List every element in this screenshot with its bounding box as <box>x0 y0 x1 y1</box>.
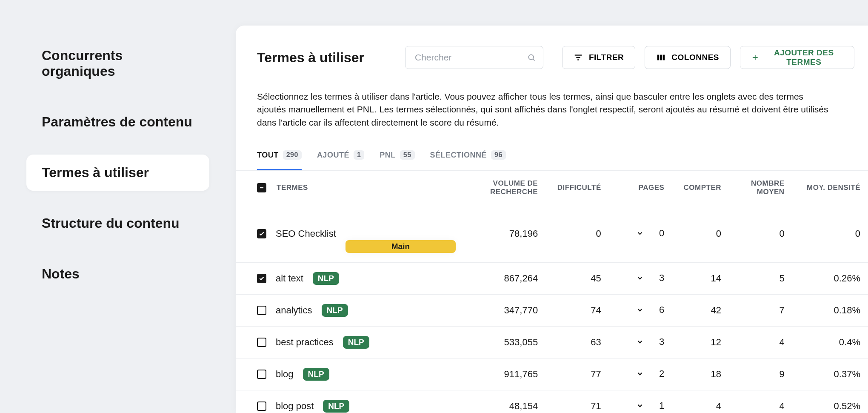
sidebar-item-2[interactable]: Termes à utiliser <box>26 155 209 191</box>
cell-volume: 867,264 <box>463 263 545 295</box>
sidebar-item-4[interactable]: Notes <box>26 256 209 292</box>
table-row: blogNLP911,7657721890.37% <box>236 359 868 390</box>
cell-count: 14 <box>672 263 729 295</box>
cell-count: 42 <box>672 295 729 327</box>
sidebar: Concurrents organiquesParamètres de cont… <box>0 0 236 413</box>
description-text: Sélectionnez les termes à utiliser dans … <box>236 77 868 135</box>
col-header-volume[interactable]: VOLUME DE RECHERCHE <box>463 171 545 205</box>
cell-avg-density: 0.4% <box>792 327 868 359</box>
search-wrap <box>405 46 543 69</box>
filter-button[interactable]: FILTRER <box>562 46 635 69</box>
search-icon <box>527 53 536 62</box>
cell-avg-density: 0.18% <box>792 295 868 327</box>
cell-volume: 48,154 <box>463 390 545 413</box>
cell-pages[interactable]: 1 <box>609 390 672 413</box>
chevron-down-icon <box>636 402 644 410</box>
filter-label: FILTRER <box>589 53 624 62</box>
svg-rect-6 <box>660 55 662 60</box>
cell-avg-number: 4 <box>729 390 792 413</box>
sidebar-item-3[interactable]: Structure du contenu <box>26 205 209 241</box>
tab-count: 1 <box>354 150 364 160</box>
pages-value: 3 <box>659 272 664 284</box>
tab-count: 290 <box>283 150 302 160</box>
add-terms-button[interactable]: AJOUTER DES TERMES <box>740 46 854 69</box>
term-text: blog <box>276 369 294 380</box>
cell-volume: 533,055 <box>463 327 545 359</box>
col-header-terms-label: TERMES <box>277 184 308 192</box>
cell-avg-number: 5 <box>729 263 792 295</box>
tab-count: 55 <box>400 150 415 160</box>
cell-pages[interactable]: 3 <box>609 263 672 295</box>
toolbar: Termes à utiliser FILTRER COLONNES <box>236 26 868 69</box>
search-input[interactable] <box>405 46 543 69</box>
svg-point-0 <box>528 54 534 60</box>
cell-avg-number: 4 <box>729 327 792 359</box>
tabs: TOUT290AJOUTÉ1PNL55SÉLECTIONNÉ96 <box>236 135 868 171</box>
row-checkbox[interactable] <box>257 370 266 379</box>
pages-value: 6 <box>659 304 664 315</box>
select-all-checkbox[interactable] <box>257 183 266 192</box>
term-badge: NLP <box>322 304 348 317</box>
cell-difficulty: 63 <box>545 327 609 359</box>
chevron-down-icon <box>636 229 644 237</box>
cell-avg-density: 0.37% <box>792 359 868 390</box>
term-badge: NLP <box>323 400 349 413</box>
table-row: SEO ChecklistMain78,19600000 <box>236 205 868 263</box>
col-header-count[interactable]: COMPTER <box>672 171 729 205</box>
chevron-down-icon <box>636 370 644 378</box>
cell-difficulty: 71 <box>545 390 609 413</box>
cell-difficulty: 77 <box>545 359 609 390</box>
row-checkbox[interactable] <box>257 274 266 283</box>
term-badge: NLP <box>343 336 369 349</box>
term-badge: NLP <box>313 272 339 285</box>
svg-rect-5 <box>657 55 660 60</box>
pages-value: 2 <box>659 368 664 379</box>
row-checkbox[interactable] <box>257 402 266 411</box>
table-row: blog postNLP48,154711440.52% <box>236 390 868 413</box>
col-header-pages[interactable]: PAGES <box>609 171 672 205</box>
term-badge: NLP <box>303 368 329 381</box>
row-checkbox[interactable] <box>257 306 266 315</box>
col-header-difficulty[interactable]: DIFFICULTÉ <box>545 171 609 205</box>
sidebar-item-0[interactable]: Concurrents organiques <box>26 37 209 89</box>
columns-label: COLONNES <box>671 53 719 62</box>
cell-count: 12 <box>672 327 729 359</box>
tab-label: TOUT <box>257 151 279 160</box>
cell-difficulty: 0 <box>545 205 609 263</box>
term-text: analytics <box>276 305 312 316</box>
cell-pages[interactable]: 6 <box>609 295 672 327</box>
pages-value: 0 <box>659 228 664 239</box>
row-checkbox[interactable] <box>257 338 266 347</box>
terms-table: TERMES VOLUME DE RECHERCHE DIFFICULTÉ PA… <box>236 171 868 413</box>
term-text: blog post <box>276 401 314 412</box>
cell-pages[interactable]: 0 <box>609 205 672 263</box>
table-row: analyticsNLP347,7707464270.18% <box>236 295 868 327</box>
tab-0[interactable]: TOUT290 <box>257 150 302 170</box>
col-header-terms[interactable]: TERMES <box>236 171 463 205</box>
sidebar-item-1[interactable]: Paramètres de contenu <box>26 104 209 140</box>
chevron-down-icon <box>636 338 644 346</box>
columns-button[interactable]: COLONNES <box>645 46 731 69</box>
row-checkbox[interactable] <box>257 229 266 238</box>
chevron-down-icon <box>636 306 644 314</box>
plus-icon <box>751 53 759 62</box>
table-row: best practicesNLP533,0556331240.4% <box>236 327 868 359</box>
terms-table-body: SEO ChecklistMain78,19600000alt textNLP8… <box>236 205 868 413</box>
term-text: alt text <box>276 273 303 284</box>
tab-2[interactable]: PNL55 <box>380 150 414 170</box>
cell-avg-number: 9 <box>729 359 792 390</box>
tab-1[interactable]: AJOUTÉ1 <box>317 150 364 170</box>
cell-count: 18 <box>672 359 729 390</box>
cell-pages[interactable]: 3 <box>609 327 672 359</box>
cell-avg-density: 0.26% <box>792 263 868 295</box>
cell-avg-density: 0 <box>792 205 868 263</box>
cell-pages[interactable]: 2 <box>609 359 672 390</box>
cell-volume: 911,765 <box>463 359 545 390</box>
col-header-avg-density[interactable]: MOY. DENSITÉ <box>792 171 868 205</box>
term-text: best practices <box>276 337 334 348</box>
col-header-avg-number[interactable]: NOMBRE MOYEN <box>729 171 792 205</box>
tab-3[interactable]: SÉLECTIONNÉ96 <box>430 150 506 170</box>
add-terms-label: AJOUTER DES TERMES <box>765 48 843 67</box>
tab-label: PNL <box>380 151 396 160</box>
cell-avg-number: 7 <box>729 295 792 327</box>
